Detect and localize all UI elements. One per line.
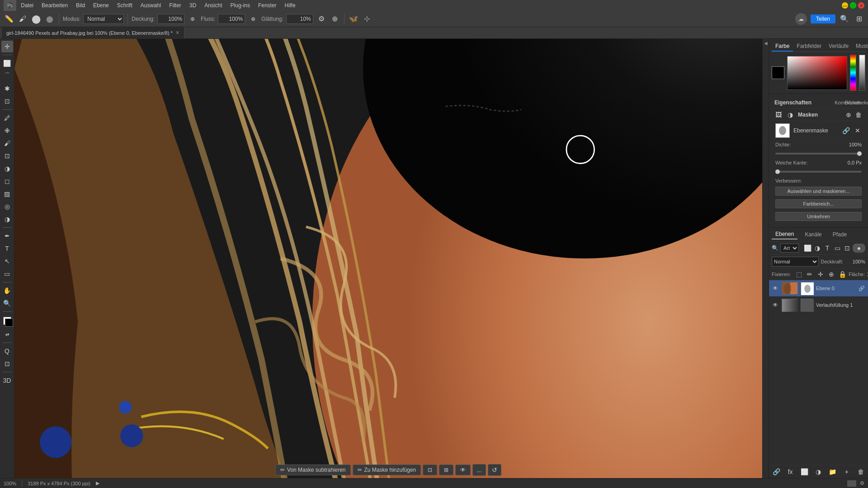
active-color-swatch[interactable] xyxy=(772,66,784,79)
lock-transparent-icon[interactable]: ⬚ xyxy=(794,270,803,279)
dichte-slider[interactable] xyxy=(775,153,862,155)
layer-link-btn-bottom[interactable]: 🔗 xyxy=(772,467,781,476)
status-settings-btn[interactable]: ⚙ xyxy=(860,480,864,487)
symmetry-icon[interactable]: 🦋 xyxy=(348,14,359,24)
angle-icon[interactable]: ⊕ xyxy=(330,14,340,24)
tool-3d[interactable]: 3D xyxy=(1,375,13,386)
filter-shape[interactable]: ▭ xyxy=(833,244,842,253)
tab-verlaeufe[interactable]: Verläufe xyxy=(825,42,852,52)
settings-icon[interactable]: ⚙ xyxy=(316,14,327,24)
tool-marquee[interactable]: ⬜ xyxy=(1,57,13,69)
opacity-slider[interactable] xyxy=(859,55,865,91)
layer-link-btn[interactable]: 🔗 xyxy=(858,285,865,292)
add-to-mask-button[interactable]: ✏ Zu Maske hinzufügen xyxy=(353,465,421,475)
filter-toggle[interactable]: ● xyxy=(853,244,865,253)
brush-preset-icon[interactable]: 🖌 xyxy=(17,14,28,24)
menu-schrift[interactable]: Schrift xyxy=(113,1,136,9)
weiche-kante-slider[interactable] xyxy=(775,171,862,173)
tool-blur[interactable]: ◎ xyxy=(1,201,13,212)
add-mask-icon[interactable]: ⊕ xyxy=(844,111,853,119)
menu-filter[interactable]: Filter xyxy=(165,1,185,9)
brush-tool-icon[interactable]: ✏️ xyxy=(4,14,14,24)
tool-path-select[interactable]: ↖ xyxy=(1,255,13,267)
tool-dodge[interactable]: ◑ xyxy=(1,213,13,225)
tab-farbe[interactable]: Farbe xyxy=(772,42,793,52)
tool-shape[interactable]: ▭ xyxy=(1,268,13,280)
menu-datei[interactable]: Datei xyxy=(17,1,37,9)
tool-lasso[interactable]: ⌒ xyxy=(1,70,13,82)
menu-plugins[interactable]: Plug-ins xyxy=(227,1,254,9)
filter-smartobj[interactable]: ⊡ xyxy=(843,244,852,253)
layer-item-verlauf[interactable]: 👁 xyxy=(769,297,868,314)
tool-edit-quick[interactable]: Q xyxy=(1,345,13,357)
canvas-area[interactable]: ✏ Von Maske subtrahieren ✏ Zu Maske hinz… xyxy=(14,39,762,478)
opacity-pressure-icon[interactable]: ⊕ xyxy=(187,14,198,24)
tool-move[interactable]: ✛ xyxy=(1,41,13,52)
lock-artboard-icon[interactable]: ⊕ xyxy=(827,270,836,279)
cloud-icon[interactable]: ☁ xyxy=(795,13,807,25)
tool-zoom[interactable]: 🔍 xyxy=(1,297,13,309)
lock-position-icon[interactable]: ✛ xyxy=(816,270,825,279)
layers-tab-pfade[interactable]: Pfade xyxy=(829,230,850,239)
tool-heal[interactable]: ✙ xyxy=(1,125,13,136)
foreground-color[interactable] xyxy=(1,315,13,327)
tool-eraser[interactable]: ◻ xyxy=(1,175,13,187)
layer-mask-btn[interactable]: ⬜ xyxy=(800,467,809,476)
lock-all-icon[interactable]: 🔒 xyxy=(838,270,847,279)
lock-pixels-icon[interactable]: ✏ xyxy=(805,270,814,279)
layers-filter-dropdown[interactable]: Art xyxy=(780,244,799,253)
brush-hardness-icon[interactable]: ⬤ xyxy=(44,14,55,24)
mask-edit-icon[interactable]: ✕ xyxy=(854,127,862,135)
layers-tab-kanaele[interactable]: Kanäle xyxy=(801,230,825,239)
panel-collapse-button[interactable]: ◀ xyxy=(762,39,769,478)
status-grid-btn[interactable] xyxy=(847,480,856,487)
refresh-button[interactable]: ↺ xyxy=(488,464,501,476)
layer-group-btn[interactable]: 📁 xyxy=(828,467,837,476)
workspace-icon[interactable]: ⊞ xyxy=(854,14,864,24)
hue-slider[interactable] xyxy=(850,55,856,91)
opacity-input[interactable] xyxy=(157,14,184,24)
layer-add-btn[interactable]: + xyxy=(842,467,851,476)
tool-gradient[interactable]: ▨ xyxy=(1,188,13,200)
document-tab[interactable]: girl-1846490 Pexels auf Pixabay.jpg bei … xyxy=(2,27,184,39)
menu-3d[interactable]: 3D xyxy=(186,1,200,9)
tool-brush[interactable]: 🖌 xyxy=(1,137,13,149)
tab-farbfelder[interactable]: Farbfelder xyxy=(793,42,825,52)
minimize-button[interactable]: — xyxy=(842,2,848,9)
search-toolbar-icon[interactable]: 🔍 xyxy=(839,14,850,24)
filter-adjust[interactable]: ◑ xyxy=(813,244,822,253)
blend-mode-dropdown[interactable]: Normal xyxy=(772,257,819,267)
color-gradient-field[interactable] xyxy=(787,56,847,90)
mask-options-2[interactable]: ⊞ xyxy=(439,465,453,475)
tool-swap-colors[interactable]: ⇄ xyxy=(1,328,13,340)
brush-size-icon[interactable]: ⬤ xyxy=(31,14,42,24)
umkehren-button[interactable]: Umkehren xyxy=(775,212,862,221)
layer-adjust-btn[interactable]: ◑ xyxy=(814,467,823,476)
smoothing-input[interactable] xyxy=(286,14,313,24)
menu-bild[interactable]: Bild xyxy=(72,1,89,9)
tool-quick-select[interactable]: ✱ xyxy=(1,83,13,94)
mode-dropdown[interactable]: Normal Multiplizieren Negativ multiplizi… xyxy=(83,14,124,24)
menu-auswahl[interactable]: Auswahl xyxy=(137,1,165,9)
tool-history[interactable]: ◑ xyxy=(1,163,13,174)
auswaehlen-maskieren-button[interactable]: Auswählen und maskieren... xyxy=(775,187,862,196)
more-options-button[interactable]: ... xyxy=(472,464,486,476)
menu-ebene[interactable]: Ebene xyxy=(90,1,113,9)
maximize-button[interactable]: □ xyxy=(850,2,856,9)
filter-type[interactable]: T xyxy=(823,244,832,253)
menu-fenster[interactable]: Fenster xyxy=(255,1,280,9)
tab-close-button[interactable]: ✕ xyxy=(175,30,179,36)
menu-hilfe[interactable]: Hilfe xyxy=(281,1,299,9)
extra-icon[interactable]: ⊹ xyxy=(362,14,373,24)
menu-bearbeiten[interactable]: Bearbeiten xyxy=(38,1,71,9)
mask-visibility[interactable]: 👁 xyxy=(455,465,471,475)
layer-eye-verlauf[interactable]: 👁 xyxy=(772,301,779,309)
filter-pixel[interactable]: ⬜ xyxy=(803,244,812,253)
tool-frame[interactable]: ⊡ xyxy=(1,358,13,370)
mask-link-icon[interactable]: 🔗 xyxy=(842,127,850,135)
subtract-from-mask-button[interactable]: ✏ Von Maske subtrahieren xyxy=(275,465,350,475)
layers-tab-ebenen[interactable]: Ebenen xyxy=(772,230,797,239)
tool-type[interactable]: T xyxy=(1,243,13,254)
home-button[interactable]: Ps xyxy=(4,0,16,12)
share-button[interactable]: Teilen xyxy=(811,14,835,23)
